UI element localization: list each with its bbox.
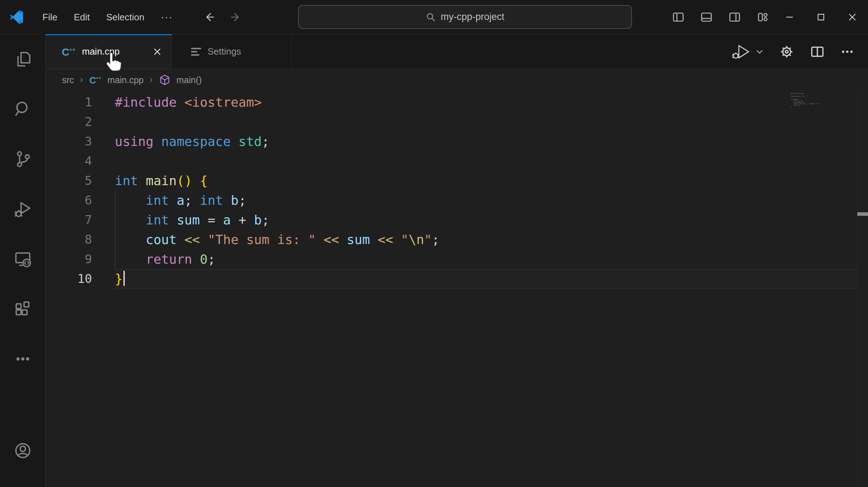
extensions-icon[interactable]: [13, 299, 33, 319]
tab-label: Settings: [208, 46, 241, 57]
line-number: 8: [46, 230, 92, 249]
vscode-window: File Edit Selection ··· my-cpp-project: [0, 0, 868, 487]
settings-list-icon: [191, 48, 201, 56]
text-cursor: [123, 271, 125, 286]
more-actions-icon[interactable]: [840, 45, 854, 59]
tab-label: main.cpp: [82, 46, 120, 57]
cursor-position-marker: [857, 212, 868, 216]
forward-arrow-icon[interactable]: [230, 11, 242, 23]
settings-gear-icon[interactable]: [779, 44, 795, 60]
run-and-debug-icon[interactable]: [13, 199, 33, 219]
chevron-down-icon: [755, 47, 764, 56]
line-number: 9: [46, 249, 92, 269]
chevron-right-icon: ›: [149, 74, 153, 85]
title-bar: File Edit Selection ··· my-cpp-project: [0, 0, 868, 34]
code-line-5[interactable]: 5int main() {: [46, 171, 868, 191]
toggle-primary-sidebar-icon[interactable]: [672, 11, 685, 24]
code-lines: 1#include <iostream>23using namespace st…: [46, 92, 868, 289]
code-line-9[interactable]: 9 return 0;: [46, 249, 868, 269]
menu-edit[interactable]: Edit: [66, 0, 98, 34]
line-number: 6: [46, 191, 92, 210]
run-or-debug-button[interactable]: [731, 44, 764, 60]
symbol-cube-icon: [159, 74, 171, 86]
tab-settings[interactable]: Settings: [172, 34, 292, 69]
activity-bar: [0, 34, 46, 487]
breadcrumb-symbol[interactable]: main(): [177, 75, 202, 85]
remote-explorer-icon[interactable]: [13, 249, 33, 269]
line-number: 2: [46, 112, 92, 132]
svg-text:++: ++: [96, 75, 102, 81]
search-icon: [426, 12, 436, 22]
code-line-8[interactable]: 8 cout << "The sum is: " << sum << "\n";: [46, 230, 868, 249]
chevron-right-icon: ›: [80, 74, 83, 85]
menu-selection[interactable]: Selection: [98, 0, 153, 34]
back-arrow-icon[interactable]: [203, 11, 215, 23]
svg-text:++: ++: [69, 46, 76, 52]
minimap[interactable]: #include <iostream>using namespace std;i…: [791, 93, 830, 111]
line-number: 4: [46, 151, 92, 171]
code-line-10[interactable]: 10}: [46, 269, 868, 289]
line-number: 3: [46, 132, 92, 151]
maximize-button[interactable]: [805, 0, 837, 34]
menu-bar: File Edit Selection ···: [34, 0, 181, 34]
search-value: my-cpp-project: [441, 11, 505, 22]
customize-layout-icon[interactable]: [756, 11, 769, 24]
explorer-icon[interactable]: [13, 49, 33, 69]
cpp-file-icon: C++: [89, 75, 102, 85]
toggle-panel-icon[interactable]: [700, 11, 713, 24]
line-number: 5: [46, 171, 92, 191]
code-line-2[interactable]: 2: [46, 112, 868, 132]
code-line-4[interactable]: 4: [46, 151, 868, 171]
breadcrumb: src › C++ main.cpp › main(): [46, 69, 868, 91]
code-line-3[interactable]: 3using namespace std;: [46, 132, 868, 151]
breadcrumb-file[interactable]: main.cpp: [107, 75, 143, 85]
close-button[interactable]: [837, 0, 868, 34]
line-number: 7: [46, 210, 92, 230]
source-control-icon[interactable]: [13, 149, 33, 169]
code-editor[interactable]: 1#include <iostream>23using namespace st…: [46, 91, 868, 487]
tab-main-cpp[interactable]: C++ main.cpp: [46, 34, 172, 69]
code-line-7[interactable]: 7 int sum = a + b;: [46, 210, 868, 230]
line-number: 1: [46, 92, 92, 112]
line-number: 10: [46, 269, 92, 289]
menu-overflow-icon[interactable]: ···: [153, 0, 181, 34]
svg-text:C: C: [62, 46, 70, 57]
more-icon[interactable]: [13, 349, 33, 369]
account-icon[interactable]: [13, 441, 33, 461]
toggle-secondary-sidebar-icon[interactable]: [728, 11, 741, 24]
tab-close-icon[interactable]: [152, 47, 162, 57]
minimize-button[interactable]: [774, 0, 805, 34]
menu-file[interactable]: File: [34, 0, 66, 34]
svg-text:C: C: [90, 75, 96, 85]
tab-bar: C++ main.cpp Settings: [46, 34, 868, 69]
vscode-logo-icon: [9, 10, 24, 24]
code-line-6[interactable]: 6 int a; int b;: [46, 191, 868, 210]
search-icon[interactable]: [13, 99, 33, 119]
cpp-file-icon: C++: [61, 46, 76, 57]
overview-ruler[interactable]: [857, 91, 868, 487]
breadcrumb-folder[interactable]: src: [62, 75, 74, 85]
command-center-search[interactable]: my-cpp-project: [298, 5, 632, 29]
split-editor-icon[interactable]: [810, 44, 825, 60]
code-line-1[interactable]: 1#include <iostream>: [46, 92, 868, 112]
